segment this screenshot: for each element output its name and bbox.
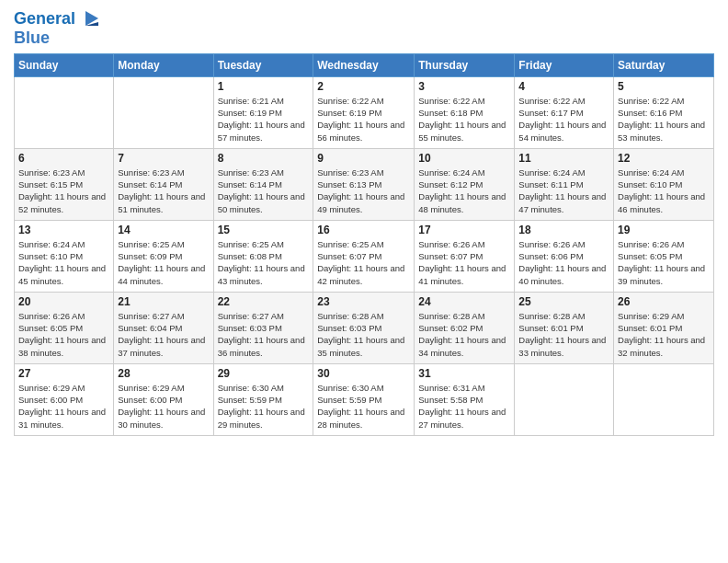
day-info: Sunrise: 6:26 AMSunset: 6:05 PMDaylight:… [618, 238, 710, 287]
day-info: Sunrise: 6:27 AMSunset: 6:04 PMDaylight:… [118, 310, 209, 359]
calendar-cell: 14Sunrise: 6:25 AMSunset: 6:09 PMDayligh… [114, 220, 213, 292]
day-number: 31 [418, 367, 510, 380]
day-number: 20 [18, 295, 109, 308]
week-row-1: 6Sunrise: 6:23 AMSunset: 6:15 PMDaylight… [15, 148, 714, 220]
day-info: Sunrise: 6:26 AMSunset: 6:07 PMDaylight:… [418, 238, 510, 287]
day-info: Sunrise: 6:23 AMSunset: 6:14 PMDaylight:… [118, 167, 209, 215]
day-info: Sunrise: 6:29 AMSunset: 6:00 PMDaylight:… [118, 382, 209, 431]
calendar-cell: 31Sunrise: 6:31 AMSunset: 5:58 PMDayligh… [415, 363, 515, 435]
day-number: 26 [618, 295, 710, 308]
page: General Blue SundayMondayTuesdayWednesda… [0, 0, 728, 563]
day-info: Sunrise: 6:24 AMSunset: 6:12 PMDaylight:… [418, 167, 510, 215]
day-of-week-monday: Monday [114, 53, 213, 76]
logo: General Blue [14, 9, 102, 48]
day-info: Sunrise: 6:23 AMSunset: 6:13 PMDaylight:… [317, 167, 410, 215]
day-info: Sunrise: 6:22 AMSunset: 6:17 PMDaylight:… [518, 95, 609, 144]
day-number: 16 [317, 224, 410, 236]
day-info: Sunrise: 6:28 AMSunset: 6:01 PMDaylight:… [518, 310, 609, 359]
day-info: Sunrise: 6:25 AMSunset: 6:07 PMDaylight:… [317, 238, 410, 287]
week-row-0: 1Sunrise: 6:21 AMSunset: 6:19 PMDaylight… [15, 76, 714, 148]
day-info: Sunrise: 6:24 AMSunset: 6:10 PMDaylight:… [18, 238, 109, 287]
calendar-cell: 8Sunrise: 6:23 AMSunset: 6:14 PMDaylight… [213, 148, 313, 220]
calendar-cell: 17Sunrise: 6:26 AMSunset: 6:07 PMDayligh… [415, 220, 515, 292]
calendar-cell: 19Sunrise: 6:26 AMSunset: 6:05 PMDayligh… [614, 220, 714, 292]
day-of-week-thursday: Thursday [415, 53, 515, 76]
day-number: 8 [218, 152, 310, 165]
calendar-cell: 3Sunrise: 6:22 AMSunset: 6:18 PMDaylight… [415, 76, 515, 148]
day-info: Sunrise: 6:28 AMSunset: 6:02 PMDaylight:… [418, 310, 510, 359]
day-number: 21 [118, 295, 209, 308]
logo-text: General [14, 9, 102, 29]
day-number: 28 [118, 367, 209, 380]
week-row-4: 27Sunrise: 6:29 AMSunset: 6:00 PMDayligh… [15, 363, 714, 435]
day-number: 15 [218, 224, 310, 236]
calendar-cell: 30Sunrise: 6:30 AMSunset: 5:59 PMDayligh… [313, 363, 415, 435]
logo-general: General [14, 9, 75, 28]
day-info: Sunrise: 6:24 AMSunset: 6:11 PMDaylight:… [518, 167, 609, 215]
day-info: Sunrise: 6:26 AMSunset: 6:05 PMDaylight:… [18, 310, 109, 359]
day-number: 18 [518, 224, 609, 236]
calendar-cell: 10Sunrise: 6:24 AMSunset: 6:12 PMDayligh… [415, 148, 515, 220]
calendar-cell: 15Sunrise: 6:25 AMSunset: 6:08 PMDayligh… [213, 220, 313, 292]
day-info: Sunrise: 6:25 AMSunset: 6:08 PMDaylight:… [218, 238, 310, 287]
day-info: Sunrise: 6:21 AMSunset: 6:19 PMDaylight:… [218, 95, 310, 144]
day-info: Sunrise: 6:27 AMSunset: 6:03 PMDaylight:… [218, 310, 310, 359]
day-number: 2 [317, 80, 410, 93]
day-info: Sunrise: 6:22 AMSunset: 6:18 PMDaylight:… [418, 95, 510, 144]
calendar-cell: 26Sunrise: 6:29 AMSunset: 6:01 PMDayligh… [614, 292, 714, 363]
calendar-cell: 24Sunrise: 6:28 AMSunset: 6:02 PMDayligh… [415, 292, 515, 363]
calendar-cell: 25Sunrise: 6:28 AMSunset: 6:01 PMDayligh… [515, 292, 614, 363]
calendar-cell [515, 363, 614, 435]
day-of-week-friday: Friday [515, 53, 614, 76]
day-number: 3 [418, 80, 510, 93]
day-info: Sunrise: 6:28 AMSunset: 6:03 PMDaylight:… [317, 310, 410, 359]
header: General Blue [14, 9, 714, 48]
calendar-cell: 29Sunrise: 6:30 AMSunset: 5:59 PMDayligh… [213, 363, 313, 435]
calendar-table: SundayMondayTuesdayWednesdayThursdayFrid… [14, 53, 714, 436]
day-header-row: SundayMondayTuesdayWednesdayThursdayFrid… [15, 53, 714, 76]
day-of-week-tuesday: Tuesday [213, 53, 313, 76]
calendar-cell [614, 363, 714, 435]
day-number: 29 [218, 367, 310, 380]
day-number: 23 [317, 295, 410, 308]
day-info: Sunrise: 6:30 AMSunset: 5:59 PMDaylight:… [218, 382, 310, 431]
day-number: 9 [317, 152, 410, 165]
day-number: 10 [418, 152, 510, 165]
day-info: Sunrise: 6:29 AMSunset: 6:00 PMDaylight:… [18, 382, 109, 431]
calendar-cell: 13Sunrise: 6:24 AMSunset: 6:10 PMDayligh… [15, 220, 114, 292]
day-number: 13 [18, 224, 109, 236]
day-number: 5 [618, 80, 710, 93]
logo-icon [82, 9, 102, 29]
day-number: 1 [218, 80, 310, 93]
calendar-header: SundayMondayTuesdayWednesdayThursdayFrid… [15, 53, 714, 76]
calendar-cell: 21Sunrise: 6:27 AMSunset: 6:04 PMDayligh… [114, 292, 213, 363]
day-number: 14 [118, 224, 209, 236]
day-number: 27 [18, 367, 109, 380]
day-info: Sunrise: 6:24 AMSunset: 6:10 PMDaylight:… [618, 167, 710, 215]
day-number: 4 [518, 80, 609, 93]
day-number: 11 [518, 152, 609, 165]
calendar-cell: 6Sunrise: 6:23 AMSunset: 6:15 PMDaylight… [15, 148, 114, 220]
day-info: Sunrise: 6:29 AMSunset: 6:01 PMDaylight:… [618, 310, 710, 359]
day-number: 6 [18, 152, 109, 165]
day-number: 12 [618, 152, 710, 165]
day-of-week-sunday: Sunday [15, 53, 114, 76]
day-number: 7 [118, 152, 209, 165]
day-number: 30 [317, 367, 410, 380]
day-info: Sunrise: 6:22 AMSunset: 6:16 PMDaylight:… [618, 95, 710, 144]
day-info: Sunrise: 6:30 AMSunset: 5:59 PMDaylight:… [317, 382, 410, 431]
calendar-cell: 7Sunrise: 6:23 AMSunset: 6:14 PMDaylight… [114, 148, 213, 220]
day-number: 17 [418, 224, 510, 236]
calendar-cell: 11Sunrise: 6:24 AMSunset: 6:11 PMDayligh… [515, 148, 614, 220]
week-row-3: 20Sunrise: 6:26 AMSunset: 6:05 PMDayligh… [15, 292, 714, 363]
calendar-cell: 28Sunrise: 6:29 AMSunset: 6:00 PMDayligh… [114, 363, 213, 435]
calendar-cell: 9Sunrise: 6:23 AMSunset: 6:13 PMDaylight… [313, 148, 415, 220]
day-info: Sunrise: 6:26 AMSunset: 6:06 PMDaylight:… [518, 238, 609, 287]
day-number: 19 [618, 224, 710, 236]
day-info: Sunrise: 6:31 AMSunset: 5:58 PMDaylight:… [418, 382, 510, 431]
calendar-cell: 12Sunrise: 6:24 AMSunset: 6:10 PMDayligh… [614, 148, 714, 220]
calendar-cell: 5Sunrise: 6:22 AMSunset: 6:16 PMDaylight… [614, 76, 714, 148]
calendar-cell [15, 76, 114, 148]
calendar-cell: 2Sunrise: 6:22 AMSunset: 6:19 PMDaylight… [313, 76, 415, 148]
day-number: 24 [418, 295, 510, 308]
